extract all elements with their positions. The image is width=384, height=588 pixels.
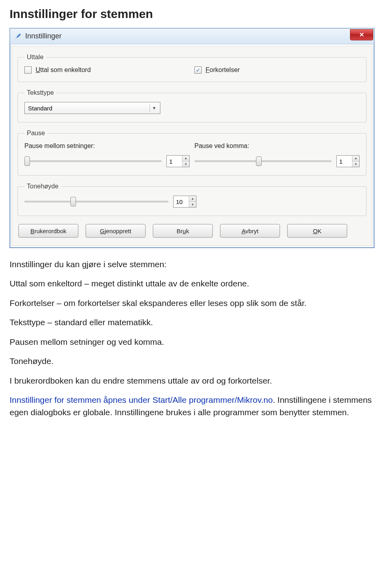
spin-up-icon[interactable]: ▲ [189,196,196,202]
doc-paragraph: Uttal som enkeltord – meget distinkt utt… [10,278,374,290]
slider-pause-comma[interactable] [194,156,332,166]
spin-value: 10 [174,196,189,207]
checkbox-uttal-som-enkeltord[interactable]: Uttal som enkeltord [24,66,190,74]
close-button[interactable]: ✕ [350,29,373,40]
avbryt-button[interactable]: Avbryt [220,224,280,238]
gjenopprett-button[interactable]: Gjenopprett [86,224,146,238]
window-body: Uttale Uttal som enkeltord ✓ Forkortelse… [12,46,372,246]
button-label: Brukerordbok [30,228,66,234]
checkbox-label: Forkortelser [206,66,240,74]
chevron-down-icon: ▼ [150,104,158,112]
group-tonehoyde: Tonehøyde 10 ▲▼ [18,183,366,216]
slider-track [194,160,332,162]
checkbox-forkortelser[interactable]: ✓ Forkortelser [194,66,360,74]
settings-window: Innstillinger ✕ Uttale Uttal som enkelto… [10,28,374,248]
combo-teksttype[interactable]: Standard ▼ [24,102,160,114]
legend-pause: Pause [24,130,47,137]
legend-tonehoyde: Tonehøyde [24,183,61,190]
button-row: Brukerordbok Gjenopprett Bruk Avbryt OK [18,224,366,238]
group-teksttype: Teksttype Standard ▼ [18,89,366,122]
ok-button[interactable]: OK [287,224,347,238]
slider-thumb[interactable] [256,156,262,166]
spin-pause-sentences[interactable]: 1 ▲▼ [166,155,190,167]
spin-up-icon[interactable]: ▲ [352,156,359,162]
doc-paragraph: Forkortelser – om forkortelser skal eksp… [10,297,374,309]
spin-up-icon[interactable]: ▲ [182,156,189,162]
label-pause-comma: Pause ved komma: [194,142,360,150]
slider-thumb[interactable] [24,156,30,166]
group-pause: Pause Pause mellom setninger: 1 ▲▼ [18,130,366,176]
slider-tonehoyde[interactable] [24,196,168,207]
spin-value: 1 [337,156,352,167]
button-label: Bruk [177,228,189,234]
spin-value: 1 [167,156,182,167]
page-heading: Innstillinger for stemmen [10,7,374,21]
spin-down-icon[interactable]: ▼ [189,202,196,208]
doc-paragraph: Pausen mellom setninger og ved komma. [10,336,374,348]
doc-paragraph: Innstillinger du kan gjøre i selve stemm… [10,258,374,270]
bruk-button[interactable]: Bruk [153,224,213,238]
combo-value: Standard [28,105,52,112]
spin-down-icon[interactable]: ▼ [352,162,359,167]
legend-teksttype: Teksttype [24,89,56,96]
slider-thumb[interactable] [70,197,76,206]
doc-paragraph: Tonehøyde. [10,355,374,367]
spin-down-icon[interactable]: ▼ [182,162,189,167]
titlebar: Innstillinger ✕ [10,28,374,44]
button-label: Avbryt [242,228,258,234]
legend-uttale: Uttale [24,54,46,61]
button-label: OK [313,228,322,234]
doc-paragraph: I brukerordboken kan du endre stemmens u… [10,375,374,387]
checkbox-label: Uttal som enkeltord [36,66,91,74]
spin-tonehoyde[interactable]: 10 ▲▼ [173,196,196,208]
checkbox-box-icon [24,66,32,74]
group-uttale: Uttale Uttal som enkeltord ✓ Forkortelse… [18,54,366,82]
brukerordbok-button[interactable]: Brukerordbok [18,224,78,238]
doc-paragraph: Innstillinger for stemmen åpnes under St… [10,394,374,418]
label-pause-sentences: Pause mellom setninger: [24,142,190,150]
wrench-icon [13,32,22,41]
doc-paragraph: Teksttype – standard eller matematikk. [10,316,374,328]
spin-pause-comma[interactable]: 1 ▲▼ [336,155,360,167]
slider-track [24,160,162,162]
close-icon: ✕ [359,31,364,38]
window-title: Innstillinger [25,32,62,40]
checkbox-box-icon: ✓ [194,66,202,74]
slider-pause-sentences[interactable] [24,156,162,166]
button-label: Gjenopprett [100,228,131,234]
slider-track [24,201,168,202]
